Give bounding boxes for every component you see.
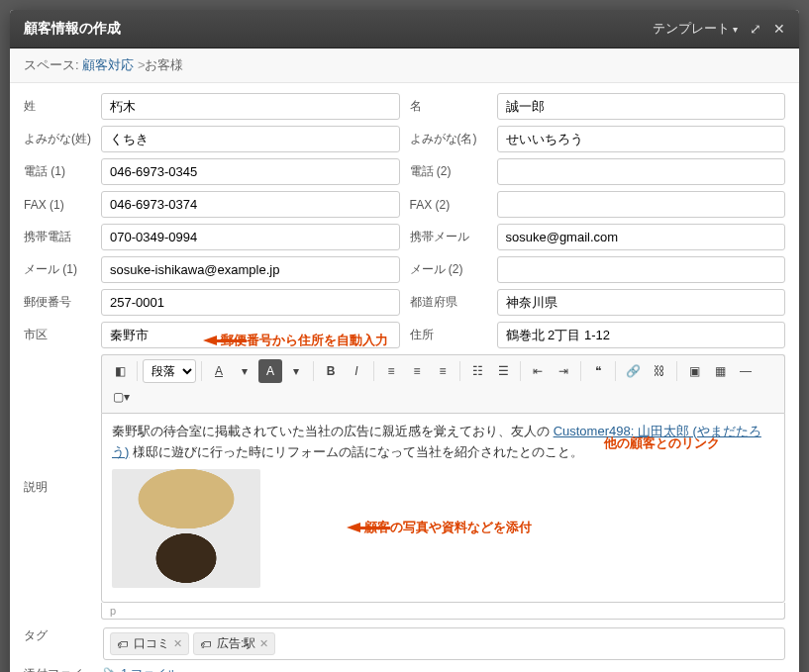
form: 姓 名 よみがな(姓) よみがな(名) 電話 (1) 電話 (2) FAX (1… <box>10 83 799 672</box>
indent-icon[interactable]: ⇥ <box>552 359 575 383</box>
table-icon[interactable]: ▦ <box>708 359 732 383</box>
input-tel2[interactable] <box>497 158 786 185</box>
input-sei[interactable] <box>101 93 400 120</box>
label-addr: 住所 <box>410 327 489 343</box>
color-dropdown-icon[interactable]: ▾ <box>233 359 256 383</box>
align-center-icon[interactable]: ≡ <box>405 359 429 383</box>
breadcrumb: スペース: 顧客対応 >お客様 <box>10 48 799 83</box>
input-mobile[interactable] <box>101 224 400 250</box>
image-icon[interactable]: ▣ <box>682 359 706 383</box>
label-fax2: FAX (2) <box>410 198 489 212</box>
label-yomi-sei: よみがな(姓) <box>24 131 93 147</box>
label-pref: 都道府県 <box>410 294 489 311</box>
label-attach: 添付ファイル <box>24 666 93 672</box>
input-yomi-mei[interactable] <box>497 126 786 152</box>
breadcrumb-prefix: スペース: <box>24 57 79 72</box>
label-mei: 名 <box>410 98 489 115</box>
attached-photo[interactable] <box>112 469 260 588</box>
label-tags: タグ <box>24 627 93 660</box>
label-mail1: メール (1) <box>24 261 93 278</box>
input-fax2[interactable] <box>497 191 786 218</box>
italic-icon[interactable]: I <box>345 359 368 383</box>
template-dropdown[interactable]: テンプレート <box>653 20 738 38</box>
editor-content[interactable]: 秦野駅の待合室に掲載されていた当社の広告に親近感を覚えており、友人の Custo… <box>101 413 785 603</box>
align-right-icon[interactable]: ≡ <box>431 359 455 383</box>
editor-path: p <box>101 603 785 620</box>
tag-item: 広告:駅✕ <box>193 632 275 655</box>
hr-icon[interactable]: — <box>734 359 758 383</box>
label-yomi-mei: よみがな(名) <box>410 131 489 147</box>
bg-color-icon[interactable]: A <box>258 359 282 383</box>
tag-item: 口コミ✕ <box>110 632 189 655</box>
tag-remove-icon[interactable]: ✕ <box>173 637 182 650</box>
label-tel1: 電話 (1) <box>24 163 93 180</box>
input-mail1[interactable] <box>101 256 400 283</box>
input-mail2[interactable] <box>497 256 786 283</box>
input-fax1[interactable] <box>101 191 400 218</box>
label-desc: 説明 <box>24 479 93 496</box>
editor-toolbar: ◧ 段落 A ▾ A ▾ B I ≡ ≡ ≡ ☷ <box>101 354 785 413</box>
editor-text2: 様邸に遊びに行った時にリフォームの話になって当社を紹介されたとのこと。 <box>129 444 583 459</box>
expand-icon[interactable]: ⤢ <box>750 21 761 37</box>
breadcrumb-page: お客様 <box>145 57 183 72</box>
unlink-icon[interactable]: ⛓ <box>648 359 671 383</box>
input-city[interactable] <box>101 322 400 348</box>
paragraph-select[interactable]: 段落 <box>143 359 196 383</box>
ordered-list-icon[interactable]: ☷ <box>465 359 489 383</box>
tag-remove-icon[interactable]: ✕ <box>259 637 268 650</box>
tag-icon <box>200 637 213 651</box>
label-mobile-mail: 携帯メール <box>410 229 489 245</box>
breadcrumb-space[interactable]: 顧客対応 <box>82 57 134 72</box>
tag-icon <box>117 637 130 651</box>
input-pref[interactable] <box>497 289 786 316</box>
quote-icon[interactable]: ❝ <box>586 359 610 383</box>
input-mobile-mail[interactable] <box>497 224 786 250</box>
modal-header: 顧客情報の作成 テンプレート ⤢ ✕ <box>10 10 799 48</box>
input-zip[interactable] <box>101 289 400 316</box>
text-color-icon[interactable]: A <box>207 359 231 383</box>
tags-input[interactable]: 口コミ✕ 広告:駅✕ <box>103 627 785 660</box>
header-actions: テンプレート ⤢ ✕ <box>653 20 785 38</box>
label-tel2: 電話 (2) <box>410 163 489 180</box>
embed-icon[interactable]: ▢▾ <box>108 385 135 409</box>
label-sei: 姓 <box>24 98 93 115</box>
input-mei[interactable] <box>497 93 786 120</box>
input-tel1[interactable] <box>101 158 400 185</box>
align-left-icon[interactable]: ≡ <box>379 359 403 383</box>
label-mail2: メール (2) <box>410 261 489 278</box>
close-icon[interactable]: ✕ <box>773 21 785 37</box>
bold-icon[interactable]: B <box>319 359 343 383</box>
label-fax1: FAX (1) <box>24 198 93 212</box>
unordered-list-icon[interactable]: ☰ <box>491 359 515 383</box>
attachment-link[interactable]: 📎 1 ファイル <box>103 666 178 672</box>
label-city: 市区 <box>24 327 93 343</box>
source-button-icon[interactable]: ◧ <box>108 359 132 383</box>
input-addr[interactable] <box>497 322 786 348</box>
modal-title: 顧客情報の作成 <box>24 20 121 38</box>
modal: 顧客情報の作成 テンプレート ⤢ ✕ スペース: 顧客対応 >お客様 姓 名 よ… <box>10 10 799 672</box>
editor-text1: 秦野駅の待合室に掲載されていた当社の広告に親近感を覚えており、友人の <box>112 424 554 438</box>
input-yomi-sei[interactable] <box>101 126 400 152</box>
label-mobile: 携帯電話 <box>24 229 93 245</box>
link-icon[interactable]: 🔗 <box>621 359 646 383</box>
label-zip: 郵便番号 <box>24 294 93 311</box>
outdent-icon[interactable]: ⇤ <box>526 359 550 383</box>
bg-dropdown-icon[interactable]: ▾ <box>284 359 308 383</box>
